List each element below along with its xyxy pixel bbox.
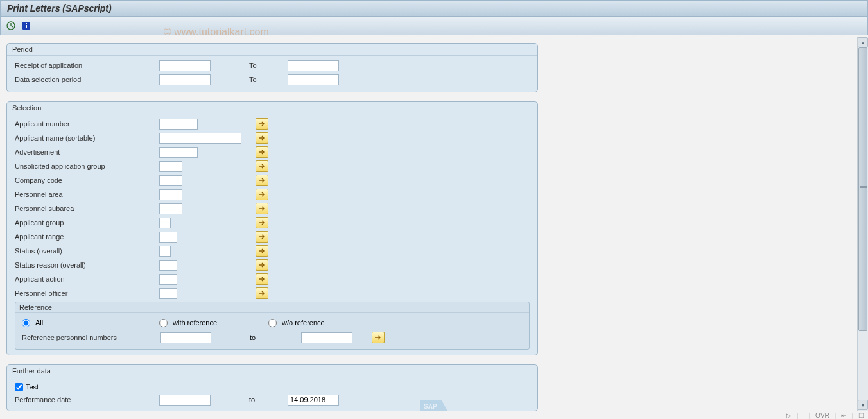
label-receipt-of-application: Receipt of application xyxy=(15,62,159,69)
checkbox-test[interactable] xyxy=(15,383,23,391)
input-ref-pernr-from[interactable] xyxy=(160,332,211,343)
radio-all-label: All xyxy=(35,319,43,327)
field-label: Applicant action xyxy=(15,275,159,283)
label-to: To xyxy=(249,76,288,83)
field-input[interactable] xyxy=(159,288,177,299)
panel-selection-title: Selection xyxy=(7,102,537,114)
input-data-sel-to[interactable] xyxy=(288,74,339,85)
selection-row: Applicant group xyxy=(15,216,530,230)
field-input[interactable] xyxy=(159,189,182,200)
input-performance-date-to[interactable] xyxy=(288,395,339,406)
selection-row: Advertisement xyxy=(15,145,530,159)
selection-row: Applicant range xyxy=(15,230,530,244)
multiple-selection-button[interactable] xyxy=(256,231,268,243)
field-label: Applicant range xyxy=(15,233,159,241)
svg-rect-3 xyxy=(26,25,27,28)
radio-all[interactable] xyxy=(22,319,30,327)
label-data-selection-period: Data selection period xyxy=(15,76,159,83)
subpanel-reference-title: Reference xyxy=(15,302,529,313)
content-area: Period Receipt of application To Data se… xyxy=(0,37,868,411)
radio-with-label: with reference xyxy=(173,319,217,327)
radio-with-reference[interactable] xyxy=(159,319,168,327)
panel-period-title: Period xyxy=(7,44,537,56)
multiple-selection-button[interactable] xyxy=(256,217,268,228)
field-input[interactable] xyxy=(159,232,177,243)
selection-row: Personnel area xyxy=(15,187,530,201)
subpanel-reference: Reference All with reference xyxy=(15,302,530,350)
multiple-selection-button[interactable] xyxy=(256,259,268,271)
multiple-selection-button[interactable] xyxy=(256,175,268,186)
scroll-down-button[interactable]: ▾ xyxy=(858,400,868,410)
field-label: Applicant number xyxy=(15,120,159,128)
field-label: Personnel area xyxy=(15,191,159,198)
selection-row: Personnel officer xyxy=(15,286,530,300)
selection-row: Company code xyxy=(15,173,530,187)
input-ref-pernr-to[interactable] xyxy=(301,332,352,343)
label-to: to xyxy=(249,396,288,404)
input-receipt-to[interactable] xyxy=(288,60,339,71)
multiple-selection-button[interactable] xyxy=(372,332,385,343)
label-reference-personnel-numbers: Reference personnel numbers xyxy=(22,334,160,341)
selection-row: Status (overall) xyxy=(15,244,530,258)
field-input[interactable] xyxy=(159,147,198,158)
radio-without-group[interactable]: w/o reference xyxy=(268,319,390,327)
selection-row: Personnel subarea xyxy=(15,201,530,216)
field-input[interactable] xyxy=(159,119,198,130)
multiple-selection-button[interactable] xyxy=(256,132,268,144)
field-input[interactable] xyxy=(159,218,171,228)
input-data-sel-from[interactable] xyxy=(159,74,211,85)
field-label: Advertisement xyxy=(15,148,159,156)
field-input[interactable] xyxy=(159,203,182,214)
multiple-selection-button[interactable] xyxy=(256,118,268,130)
multiple-selection-button[interactable] xyxy=(256,189,268,200)
field-input[interactable] xyxy=(159,161,182,172)
info-button[interactable] xyxy=(20,19,33,32)
panel-further-data: Further data Test Performance date to xyxy=(6,364,538,411)
selection-row: Status reason (overall) xyxy=(15,258,530,272)
panel-period: Period Receipt of application To Data se… xyxy=(6,43,538,92)
input-receipt-from[interactable] xyxy=(159,60,211,71)
panel-further-data-title: Further data xyxy=(7,365,537,377)
field-input[interactable] xyxy=(159,133,241,144)
label-to: to xyxy=(250,334,301,341)
scroll-up-button[interactable]: ▴ xyxy=(858,37,868,47)
field-label: Status reason (overall) xyxy=(15,261,159,269)
multiple-selection-button[interactable] xyxy=(256,160,268,172)
field-input[interactable] xyxy=(159,246,171,257)
label-to: To xyxy=(249,62,288,69)
field-label: Status (overall) xyxy=(15,247,159,255)
input-performance-date-from[interactable] xyxy=(159,395,211,406)
field-label: Personnel officer xyxy=(15,289,159,297)
multiple-selection-button[interactable] xyxy=(256,146,268,158)
field-input[interactable] xyxy=(159,175,182,186)
field-label: Company code xyxy=(15,176,159,184)
panel-selection: Selection Applicant numberApplicant name… xyxy=(6,101,538,355)
status-menu-icon[interactable]: ☐ xyxy=(858,412,864,419)
multiple-selection-button[interactable] xyxy=(256,287,268,299)
multiple-selection-button[interactable] xyxy=(256,273,268,285)
status-triangle-icon[interactable]: ▷ xyxy=(786,412,792,419)
radio-all-group[interactable]: All xyxy=(22,319,159,327)
status-bar: ▷ | | OVR | ⇤ | ☐ xyxy=(0,411,868,419)
field-input[interactable] xyxy=(159,274,177,285)
field-label: Personnel subarea xyxy=(15,205,159,212)
page-title: Print Letters (SAPscript) xyxy=(7,3,112,13)
selection-row: Applicant name (sortable) xyxy=(15,131,530,145)
radio-without-label: w/o reference xyxy=(282,319,325,327)
multiple-selection-button[interactable] xyxy=(256,203,268,214)
status-ovr: OVR xyxy=(815,412,829,419)
scroll-area: Period Receipt of application To Data se… xyxy=(0,37,858,411)
field-label: Applicant group xyxy=(15,219,159,227)
field-input[interactable] xyxy=(159,260,177,271)
vertical-scrollbar[interactable]: ▴ ▾ xyxy=(857,37,868,411)
field-label: Applicant name (sortable) xyxy=(15,134,159,142)
execute-button[interactable] xyxy=(4,19,17,32)
selection-row: Applicant action xyxy=(15,272,530,286)
label-test: Test xyxy=(26,383,39,391)
radio-with-group[interactable]: with reference xyxy=(159,319,268,327)
window-title-bar: Print Letters (SAPscript) xyxy=(0,0,868,17)
multiple-selection-button[interactable] xyxy=(256,245,268,257)
field-label: Unsolicited application group xyxy=(15,162,159,170)
radio-without-reference[interactable] xyxy=(268,319,277,327)
status-back-icon[interactable]: ⇤ xyxy=(841,412,846,419)
